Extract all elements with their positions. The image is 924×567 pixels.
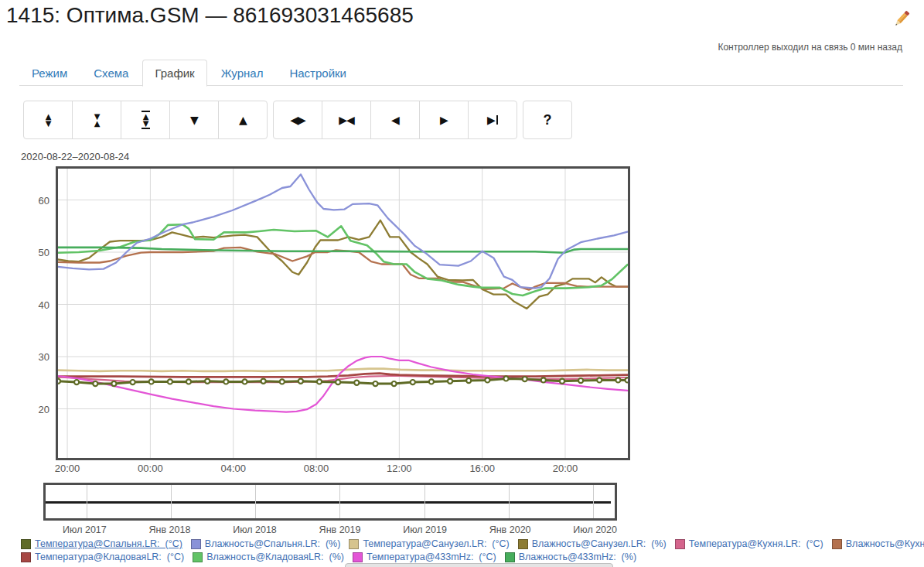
series-hum-spalnya xyxy=(58,174,628,288)
toolbar-group: ◀▶▶◀◀▶▶ xyxy=(273,101,517,139)
x-tick-label: 04:00 xyxy=(220,463,246,474)
glyph: ▼ xyxy=(46,120,51,127)
legend-item-hum-kuhnya[interactable]: Влажность@Кухня.LR: (%) xyxy=(832,538,924,549)
pan-left-button[interactable]: ◀ xyxy=(370,101,420,139)
pan-down-button[interactable]: ▼ xyxy=(169,101,219,139)
marker-temp-spalnya xyxy=(74,380,79,384)
x-tick-label: 20:00 xyxy=(553,463,578,474)
legend-label: Температура@Спальня.LR: (°C) xyxy=(35,538,182,549)
navigator-series-line xyxy=(46,501,611,504)
marker-temp-spalnya xyxy=(354,381,359,385)
tab-grafik[interactable]: График xyxy=(142,60,206,87)
tab-rezhim[interactable]: Режим xyxy=(19,60,80,87)
legend-item-temp-sanuzel[interactable]: Температура@Санузел.LR: (°C) xyxy=(349,538,509,549)
legend-item-temp-spalnya[interactable]: Температура@Спальня.LR: (°C) xyxy=(21,538,182,549)
legend-item-temp-kuhnya[interactable]: Температура@Кухня.LR: (°C) xyxy=(675,538,823,549)
marker-temp-spalnya xyxy=(58,379,60,384)
legend-swatch xyxy=(21,552,31,562)
navigator-tick-label: Янв 2020 xyxy=(489,524,531,535)
toolbar-group: ? xyxy=(523,101,572,139)
toolbar-group: ▲▼▼▲▲▼▼▲ xyxy=(23,101,268,139)
legend-item-hum-433mhz[interactable]: Влажность@433mHz: (%) xyxy=(505,552,636,562)
legend-label: Температура@Кухня.LR: (°C) xyxy=(689,538,823,549)
legend-swatch xyxy=(191,539,201,549)
navigator-gridline xyxy=(87,485,87,518)
marker-temp-spalnya xyxy=(111,381,116,386)
glyph: ? xyxy=(544,113,552,127)
marker-temp-spalnya xyxy=(186,379,191,384)
marker-temp-spalnya xyxy=(485,377,489,382)
series-hum-sanuzel xyxy=(58,220,628,309)
marker-temp-spalnya xyxy=(298,379,303,384)
legend-swatch xyxy=(832,539,842,549)
navigator-tick-label: Июл 2019 xyxy=(403,524,447,535)
date-range-label: 2020-08-22–2020-08-24 xyxy=(21,151,129,162)
zoom-in-x-button[interactable]: ▶◀ xyxy=(322,101,371,139)
legend-label: Влажность@Кухня.LR: (%) xyxy=(846,538,924,549)
x-tick-label: 12:00 xyxy=(387,463,412,474)
bar-bottom xyxy=(141,128,150,129)
legend-item-hum-kladovaya[interactable]: Влажность@КладоваяLR: (%) xyxy=(193,552,344,562)
tab-bar: РежимСхемаГрафикЖурналНастройки xyxy=(19,59,903,86)
x-tick-label: 08:00 xyxy=(304,463,329,474)
legend-label: Влажность@433mHz: (%) xyxy=(519,552,636,562)
series-temp-kladovaya xyxy=(58,374,628,377)
zoom-in-y-button[interactable]: ▼▲ xyxy=(72,101,121,139)
legend-swatch xyxy=(349,539,359,549)
pan-up-button[interactable]: ▲ xyxy=(218,101,268,139)
pencil-icon xyxy=(892,9,912,29)
marker-temp-spalnya xyxy=(223,379,228,384)
reset-y-button[interactable]: ▲▼ xyxy=(121,101,170,139)
marker-temp-spalnya xyxy=(578,378,583,383)
glyph: ▶ xyxy=(487,114,495,125)
legend-item-temp-433mhz[interactable]: Температура@433mHz: (°C) xyxy=(353,552,496,562)
marker-temp-spalnya xyxy=(503,376,508,381)
marker-temp-spalnya xyxy=(280,379,285,384)
x-axis-labels: 20:0000:0004:0008:0012:0016:0020:00 xyxy=(58,463,628,475)
tab-zhurnal[interactable]: Журнал xyxy=(209,60,276,87)
pan-right-button[interactable]: ▶ xyxy=(419,101,469,139)
glyph: ◀ xyxy=(391,114,399,125)
navigator-gridline xyxy=(339,485,340,518)
navigator-tick-label: Июл 2018 xyxy=(233,524,277,535)
help-button[interactable]: ? xyxy=(523,101,572,139)
navigator-gridline xyxy=(171,485,172,518)
glyph: ▶ xyxy=(440,114,448,125)
legend-label: Температура@Санузел.LR: (°C) xyxy=(363,538,509,549)
series-temp-433mhz xyxy=(58,357,628,412)
navigator-tick-label: Июл 2017 xyxy=(63,524,107,535)
marker-temp-spalnya xyxy=(336,380,340,384)
legend-label: Температура@433mHz: (°C) xyxy=(367,552,496,562)
legend-label: Влажность@Санузел.LR: (%) xyxy=(532,538,667,549)
page-title: 1415: Оптима.GSM — 861693031465685 xyxy=(6,3,414,28)
legend-item-hum-spalnya[interactable]: Влажность@Спальня.LR: (%) xyxy=(191,538,341,549)
glyph: ▼ xyxy=(190,114,198,125)
marker-temp-spalnya xyxy=(93,381,97,386)
end-bar xyxy=(496,115,498,125)
marker-temp-spalnya xyxy=(625,377,628,382)
marker-temp-spalnya xyxy=(261,379,266,384)
x-tick-label: 00:00 xyxy=(138,463,163,474)
series-hum-kuhnya xyxy=(58,248,628,290)
legend-row: Температура@КладоваяLR: (°C)Влажность@Кл… xyxy=(21,552,918,563)
navigator-axis-labels: Июл 2017Янв 2018Июл 2018Янв 2019Июл 2019… xyxy=(43,524,617,536)
marker-temp-spalnya xyxy=(242,379,247,384)
edit-icon[interactable] xyxy=(892,9,912,29)
legend-item-hum-sanuzel[interactable]: Влажность@Санузел.LR: (%) xyxy=(518,538,667,549)
marker-temp-spalnya xyxy=(131,380,135,384)
zoom-out-y-button[interactable]: ▲▼ xyxy=(23,101,73,139)
plot-area[interactable] xyxy=(56,166,630,460)
marker-temp-spalnya xyxy=(411,380,415,384)
tab-shema[interactable]: Схема xyxy=(81,60,141,87)
marker-temp-spalnya xyxy=(615,377,620,382)
legend-swatch xyxy=(518,539,528,549)
tab-nastroyki[interactable]: Настройки xyxy=(277,60,359,87)
chart-legend: Температура@Спальня.LR: (°C)Влажность@Сп… xyxy=(21,538,918,565)
range-selector[interactable] xyxy=(43,483,617,521)
navigator-tick-label: Янв 2018 xyxy=(149,524,191,535)
zoom-out-x-button[interactable]: ◀▶ xyxy=(273,101,322,139)
legend-item-temp-kladovaya[interactable]: Температура@КладоваяLR: (°C) xyxy=(21,552,184,562)
legend-row: Температура@Спальня.LR: (°C)Влажность@Сп… xyxy=(21,538,918,550)
pan-right-end-button[interactable]: ▶ xyxy=(468,101,517,139)
controller-status: Контроллер выходил на связь 0 мин назад xyxy=(718,42,902,53)
